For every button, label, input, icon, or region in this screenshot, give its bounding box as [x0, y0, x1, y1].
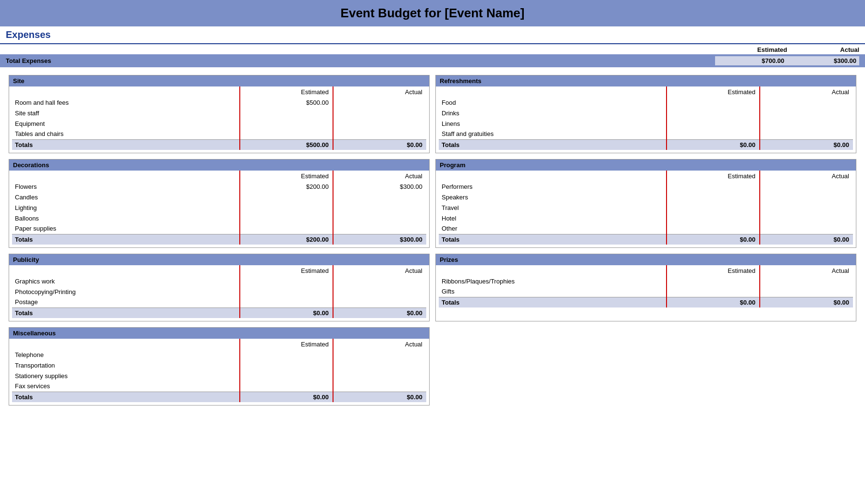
row-label: Equipment	[12, 118, 240, 129]
publicity-totals-label: Totals	[12, 307, 240, 318]
row-actual	[760, 192, 853, 202]
row-actual	[760, 118, 853, 129]
row-estimated	[667, 192, 760, 202]
row-estimated	[667, 181, 760, 192]
table-row: Flowers$200.00$300.00	[12, 181, 426, 192]
refreshments-table-wrapper: Estimated Actual FoodDrinksLinensStaff a…	[436, 86, 856, 153]
site-totals-label: Totals	[12, 139, 240, 150]
table-row: Fax services	[12, 381, 426, 392]
row-actual	[760, 129, 853, 139]
program-totals-row: Totals $0.00 $0.00	[439, 234, 853, 245]
prizes-table: Estimated Actual Ribbons/Plaques/Trophie…	[439, 265, 853, 307]
table-row: Postage	[12, 297, 426, 307]
row-estimated	[240, 223, 333, 234]
table-row: Graphics work	[12, 276, 426, 286]
prizes-label-col	[439, 265, 667, 276]
publicity-totals-estimated: $0.00	[240, 307, 333, 318]
total-expenses-actual: $300.00	[787, 56, 859, 65]
total-expenses-row: Total Expenses $700.00 $300.00	[0, 54, 865, 67]
program-section: Program Estimated Actual PerformersSpeak…	[435, 159, 856, 248]
row-estimated: $500.00	[240, 97, 333, 108]
publicity-col-headers: Estimated Actual	[12, 265, 426, 276]
row-estimated	[240, 370, 333, 381]
publicity-section-header: Publicity	[9, 254, 429, 265]
publicity-estimated-header: Estimated	[240, 265, 333, 276]
program-table-wrapper: Estimated Actual PerformersSpeakersTrave…	[436, 171, 856, 247]
row-label: Graphics work	[12, 276, 240, 286]
row-label: Stationery supplies	[12, 370, 240, 381]
row-estimated	[667, 129, 760, 139]
refreshments-totals-actual: $0.00	[760, 139, 853, 150]
publicity-table-wrapper: Estimated Actual Graphics workPhotocopyi…	[9, 265, 429, 321]
row-actual	[333, 192, 426, 202]
refreshments-label-col	[439, 86, 667, 97]
row-estimated	[667, 286, 760, 297]
row-label: Candles	[12, 192, 240, 202]
refreshments-estimated-header: Estimated	[667, 86, 760, 97]
table-row: Room and hall fees$500.00	[12, 97, 426, 108]
publicity-label-col	[12, 265, 240, 276]
refreshments-section-header: Refreshments	[436, 75, 856, 86]
site-col-headers: Estimated Actual	[12, 86, 426, 97]
decorations-table: Estimated Actual Flowers$200.00$300.00Ca…	[12, 171, 426, 245]
row-label: Room and hall fees	[12, 97, 240, 108]
row-label: Telephone	[12, 349, 240, 360]
table-row: Stationery supplies	[12, 370, 426, 381]
row-label: Tables and chairs	[12, 129, 240, 139]
page: Event Budget for [Event Name] Expenses E…	[0, 0, 865, 504]
row-actual	[333, 297, 426, 307]
table-row: Drinks	[439, 108, 853, 118]
row-actual	[333, 97, 426, 108]
miscellaneous-totals-label: Totals	[12, 392, 240, 402]
site-section-header: Site	[9, 75, 429, 86]
row-label: Photocopying/Printing	[12, 286, 240, 297]
row-actual	[760, 202, 853, 213]
site-actual-header: Actual	[333, 86, 426, 97]
row-estimated	[240, 349, 333, 360]
row-label: Linens	[439, 118, 667, 129]
publicity-title: Publicity	[13, 256, 39, 263]
prizes-totals-actual: $0.00	[760, 297, 853, 307]
row-estimated	[240, 360, 333, 370]
row-actual	[333, 108, 426, 118]
site-totals-row: Totals $500.00 $0.00	[12, 139, 426, 150]
publicity-totals-actual: $0.00	[333, 307, 426, 318]
decorations-title: Decorations	[13, 161, 49, 169]
row-estimated	[240, 213, 333, 223]
miscellaneous-col-headers: Estimated Actual	[12, 339, 426, 349]
table-row: Tables and chairs	[12, 129, 426, 139]
miscellaneous-section-header: Miscellaneous	[9, 328, 429, 339]
row-label: Fax services	[12, 381, 240, 392]
row-estimated	[667, 276, 760, 286]
row-label: Transportation	[12, 360, 240, 370]
refreshments-section: Refreshments Estimated Actual FoodDrinks…	[435, 75, 856, 153]
row-estimated	[240, 108, 333, 118]
decorations-totals-row: Totals $200.00 $300.00	[12, 234, 426, 245]
miscellaneous-title: Miscellaneous	[13, 330, 56, 337]
row-actual	[760, 286, 853, 297]
miscellaneous-totals-estimated: $0.00	[240, 392, 333, 402]
site-estimated-header: Estimated	[240, 86, 333, 97]
prizes-table-wrapper: Estimated Actual Ribbons/Plaques/Trophie…	[436, 265, 856, 310]
row-estimated	[667, 118, 760, 129]
row-actual	[333, 223, 426, 234]
row-estimated	[667, 213, 760, 223]
total-expenses-label: Total Expenses	[6, 57, 715, 64]
program-label-col	[439, 171, 667, 181]
table-row: Speakers	[439, 192, 853, 202]
row-actual	[333, 213, 426, 223]
site-table: Estimated Actual Room and hall fees$500.…	[12, 86, 426, 150]
table-row: Lighting	[12, 202, 426, 213]
row-actual	[333, 370, 426, 381]
program-totals-actual: $0.00	[760, 234, 853, 245]
row-label: Ribbons/Plaques/Trophies	[439, 276, 667, 286]
refreshments-col-headers: Estimated Actual	[439, 86, 853, 97]
prizes-totals-estimated: $0.00	[667, 297, 760, 307]
decorations-table-wrapper: Estimated Actual Flowers$200.00$300.00Ca…	[9, 171, 429, 247]
row-label: Drinks	[439, 108, 667, 118]
program-section-header: Program	[436, 160, 856, 171]
content-grid: Site Estimated Actual Room and hall fees…	[0, 72, 865, 408]
decorations-totals-estimated: $200.00	[240, 234, 333, 245]
decorations-estimated-header: Estimated	[240, 171, 333, 181]
table-row: Linens	[439, 118, 853, 129]
